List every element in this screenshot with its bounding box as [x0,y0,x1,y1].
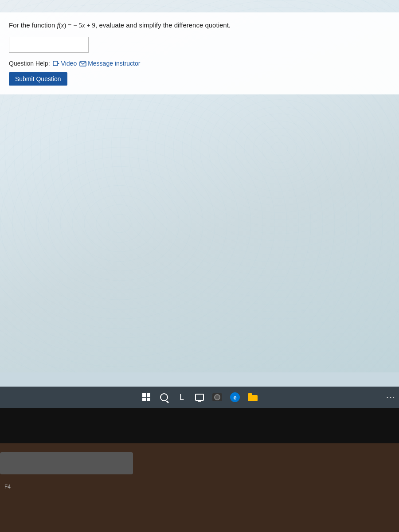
laptop-screen-bottom [0,408,399,443]
video-label: Video [61,60,77,67]
question-text: For the function f(x) = − 5x + 9, evalua… [9,20,390,31]
keyboard-area [0,452,133,474]
question-text-prefix: For the function [9,21,57,29]
win-grid-cell-4 [147,398,150,401]
svg-rect-0 [53,61,58,66]
file-explorer-icon[interactable] [247,391,258,403]
question-box: For the function f(x) = − 5x + 9, evalua… [0,12,399,94]
f4-key-label: F4 [4,484,11,490]
message-instructor-link[interactable]: Message instructor [79,60,140,67]
win-grid-cell-2 [147,393,150,397]
taskbar-right-icons: ▪ ▪ ▪ [387,395,395,400]
camera-shape [212,393,222,401]
camera-taskbar-icon[interactable] [211,391,223,403]
answer-input[interactable] [9,37,89,53]
win-grid-cell-3 [142,398,146,401]
mail-icon [79,60,86,67]
windows-grid [142,393,150,401]
windows-start-icon[interactable] [141,391,152,403]
taskbar: L e ▪ ▪ ▪ [0,387,399,408]
folder-body [248,395,258,401]
user-l-icon[interactable]: L [176,391,188,403]
win-grid-cell-1 [142,393,146,397]
folder-tab [248,393,252,396]
message-instructor-label: Message instructor [88,60,140,67]
monitor-shape [195,394,204,401]
search-taskbar-icon[interactable] [158,391,170,403]
help-label: Question Help: [9,60,50,67]
edge-taskbar-icon[interactable]: e [229,391,241,403]
var-x2: x [82,22,85,29]
svg-marker-1 [58,63,59,64]
taskbar-right-area: ▪ ▪ ▪ [387,395,395,400]
plus9: + 9 [85,22,95,29]
edge-shape: e [230,392,240,402]
equals: = − 5 [66,22,82,29]
search-circle [160,393,168,401]
monitor-taskbar-icon[interactable] [194,391,205,403]
submit-question-button[interactable]: Submit Question [9,72,67,86]
question-help-row: Question Help: Video [9,60,390,67]
main-content-area: For the function f(x) = − 5x + 9, evalua… [0,0,399,372]
video-help-link[interactable]: Video [53,60,77,67]
video-icon [53,60,60,67]
l-letter: L [180,393,184,402]
question-suffix: , evaluate and simplify the difference q… [95,21,231,29]
